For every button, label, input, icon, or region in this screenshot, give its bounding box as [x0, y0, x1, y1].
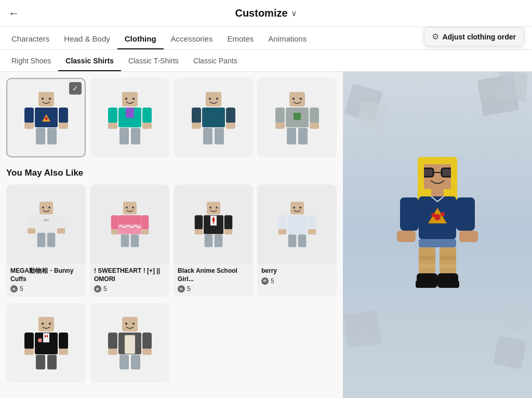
- item-card-2[interactable]: [90, 78, 169, 157]
- suggestion-card-2[interactable]: ! SWEETHEART ! [+] || OMORI R 5: [90, 184, 169, 297]
- svg-point-92: [49, 323, 51, 325]
- svg-rect-67: [130, 234, 139, 247]
- svg-rect-31: [203, 128, 212, 144]
- suggestion-info-4: berry R 5: [257, 264, 337, 289]
- adjust-clothing-label: Adjust clothing order: [442, 33, 516, 41]
- shirt-avatar-3: [188, 89, 240, 147]
- tab-emotes[interactable]: Emotes: [220, 29, 261, 49]
- suggestion-img-2: [90, 184, 169, 264]
- character-preview-panel: [343, 72, 532, 398]
- svg-rect-39: [310, 108, 319, 123]
- subtab-classic-tshirts[interactable]: Classic T-Shirts: [121, 51, 186, 71]
- svg-rect-103: [47, 355, 57, 369]
- svg-rect-29: [192, 123, 201, 129]
- svg-rect-65: [141, 229, 149, 234]
- chevron-down-icon[interactable]: ∨: [291, 8, 297, 18]
- subtab-classic-pants[interactable]: Classic Pants: [186, 51, 245, 71]
- svg-point-97: [38, 338, 42, 342]
- svg-point-14: [132, 98, 135, 100]
- robux-icon-1: R: [10, 285, 18, 293]
- shirt-avatar-2: [104, 89, 156, 147]
- svg-point-131: [441, 212, 445, 216]
- character-figure: [385, 147, 489, 323]
- suggestion-name-4: berry: [261, 267, 332, 275]
- character-svg: [385, 147, 489, 334]
- svg-point-69: [209, 207, 211, 208]
- tab-animations[interactable]: Animations: [261, 29, 314, 49]
- svg-rect-37: [294, 113, 301, 120]
- svg-rect-66: [121, 234, 129, 247]
- item-card-3[interactable]: [174, 78, 253, 157]
- more-item-1[interactable]: [6, 303, 86, 382]
- tab-accessories[interactable]: Accessories: [164, 29, 220, 49]
- svg-rect-80: [290, 202, 304, 214]
- svg-rect-94: [43, 333, 49, 342]
- suggestion-card-1[interactable]: MEGA動物相・Bunny Cuffs R 5: [6, 184, 86, 297]
- svg-rect-17: [108, 108, 117, 123]
- item-card-1[interactable]: ✓: [6, 78, 86, 157]
- svg-point-81: [293, 207, 295, 208]
- svg-rect-134: [459, 231, 478, 242]
- svg-rect-124: [451, 158, 457, 200]
- svg-rect-89: [298, 234, 306, 247]
- svg-point-25: [216, 98, 218, 100]
- svg-rect-62: [111, 215, 118, 230]
- svg-rect-10: [36, 128, 45, 144]
- suggestion-price-3: R 5: [178, 285, 249, 293]
- svg-rect-126: [400, 197, 419, 231]
- svg-rect-52: [57, 215, 65, 229]
- svg-rect-28: [226, 108, 235, 123]
- adjust-clothing-order-button[interactable]: ⚙ Adjust clothing order: [424, 27, 524, 46]
- svg-point-46: [48, 207, 50, 208]
- svg-rect-8: [24, 123, 34, 129]
- svg-rect-83: [287, 215, 307, 234]
- svg-rect-112: [142, 349, 152, 355]
- svg-rect-108: [125, 335, 135, 354]
- svg-rect-55: [37, 233, 45, 247]
- tab-characters[interactable]: Characters: [4, 29, 57, 49]
- svg-rect-104: [122, 317, 138, 331]
- svg-rect-76: [194, 229, 203, 234]
- page-title: Customize: [235, 7, 287, 19]
- tab-clothing[interactable]: Clothing: [117, 29, 164, 49]
- suggestion-img-4: [257, 184, 337, 264]
- svg-rect-141: [440, 264, 456, 268]
- suggestion-img-1: [6, 184, 86, 264]
- back-button[interactable]: ←: [8, 7, 20, 20]
- svg-rect-53: [27, 228, 35, 233]
- svg-rect-88: [288, 234, 296, 247]
- suggestion-card-3[interactable]: Black Anime School Girl... R 5: [174, 184, 253, 297]
- svg-rect-144: [416, 281, 422, 288]
- svg-point-34: [292, 98, 295, 100]
- suggestion-info-1: MEGA動物相・Bunny Cuffs R 5: [6, 264, 86, 297]
- svg-rect-101: [59, 349, 68, 355]
- robux-icon-2: R: [94, 285, 101, 293]
- svg-point-105: [125, 323, 127, 325]
- suggestion-price-4: R 5: [261, 277, 332, 285]
- svg-rect-86: [278, 229, 286, 234]
- svg-rect-110: [142, 333, 152, 349]
- svg-rect-127: [456, 197, 475, 231]
- svg-point-13: [125, 98, 127, 100]
- svg-rect-109: [108, 333, 117, 349]
- robux-icon-3: R: [178, 285, 185, 293]
- svg-rect-21: [119, 128, 129, 144]
- svg-rect-133: [397, 231, 416, 242]
- suggestion-name-1: MEGA動物相・Bunny Cuffs: [10, 267, 82, 283]
- top-items-grid: ✓: [6, 78, 337, 157]
- svg-rect-22: [131, 128, 140, 144]
- more-item-2[interactable]: [90, 303, 169, 382]
- svg-rect-30: [226, 123, 235, 129]
- svg-point-106: [132, 323, 135, 325]
- svg-rect-78: [204, 234, 212, 247]
- subtab-classic-shirts[interactable]: Classic Shirts: [58, 51, 121, 71]
- svg-rect-87: [308, 229, 316, 234]
- suggestion-card-4[interactable]: berry R 5: [257, 184, 337, 297]
- subtab-right-shoes[interactable]: Right Shoes: [4, 51, 58, 71]
- svg-rect-99: [59, 333, 68, 349]
- main-content: ✓: [0, 72, 532, 398]
- svg-rect-18: [142, 108, 152, 123]
- item-card-4[interactable]: [257, 78, 337, 157]
- tab-head-body[interactable]: Head & Body: [57, 29, 117, 49]
- svg-rect-12: [122, 92, 138, 107]
